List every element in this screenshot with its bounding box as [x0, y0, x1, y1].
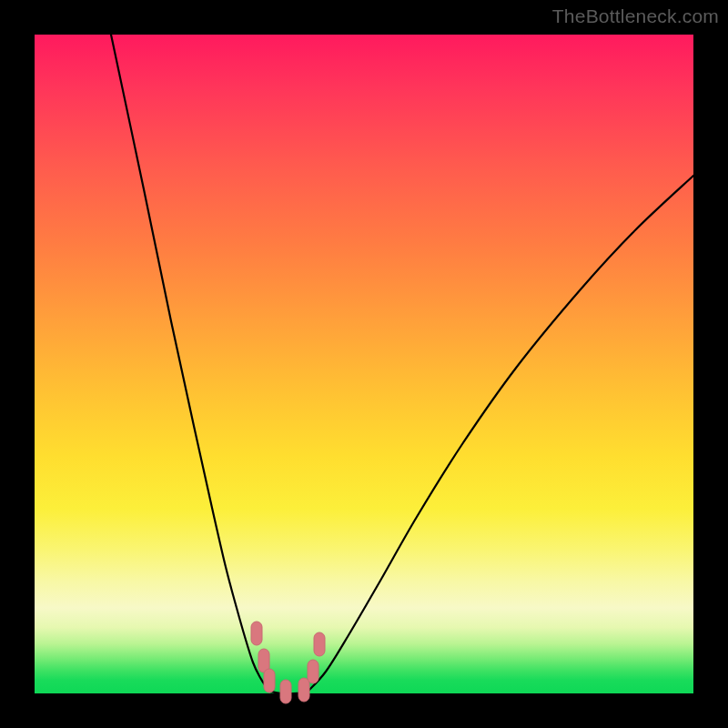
bottleneck-curve [111, 35, 693, 693]
valley-marker [251, 622, 262, 645]
curve-svg [35, 35, 693, 693]
valley-markers [251, 622, 325, 703]
valley-marker [314, 632, 325, 656]
valley-marker [264, 669, 275, 693]
plot-area [35, 35, 693, 693]
watermark-text: TheBottleneck.com [552, 5, 719, 27]
valley-marker [280, 680, 291, 703]
valley-marker [308, 660, 318, 683]
chart-frame: TheBottleneck.com [0, 0, 728, 728]
valley-marker [298, 678, 309, 702]
